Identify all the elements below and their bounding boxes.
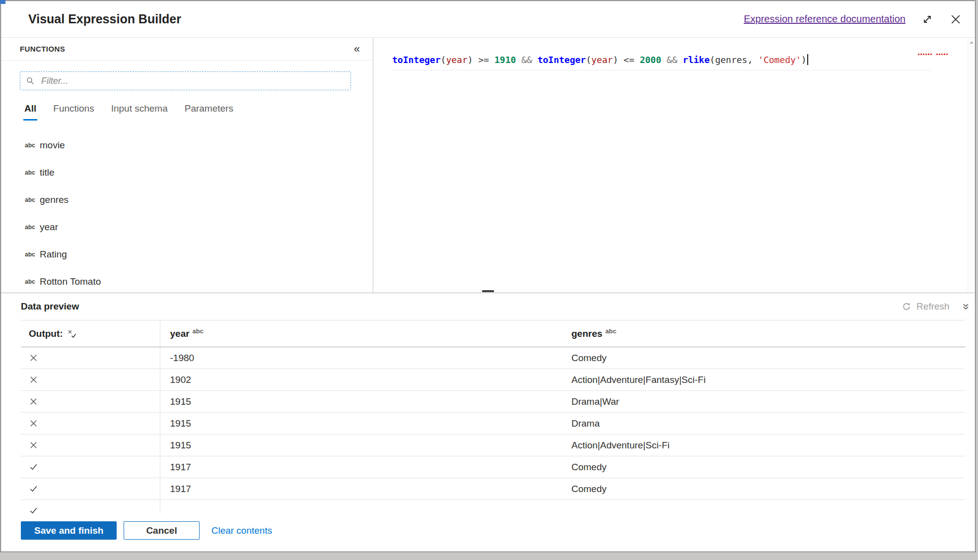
output-cell bbox=[21, 500, 160, 514]
visual-expression-builder-dialog: Visual Expression Builder Expression ref… bbox=[0, 0, 976, 552]
code-token-column: year bbox=[446, 55, 467, 65]
tab-all[interactable]: All bbox=[23, 103, 37, 121]
year-cell bbox=[160, 500, 564, 514]
year-column-label: year bbox=[170, 328, 190, 339]
code-token-column: year bbox=[591, 55, 613, 65]
cancel-button[interactable]: Cancel bbox=[124, 521, 199, 540]
genres-cell: Drama bbox=[564, 413, 965, 435]
string-type-icon: abc bbox=[25, 142, 40, 149]
code-token-paren: ) bbox=[468, 55, 473, 65]
expression-editor[interactable]: toInteger(year) >= 1910 && toInteger(yea… bbox=[373, 38, 975, 293]
functions-panel-header: FUNCTIONS « bbox=[1, 38, 373, 61]
close-icon bbox=[949, 13, 962, 26]
builder-split-area: FUNCTIONS « AllFunctionsInput schemaPara… bbox=[1, 38, 975, 293]
genres-cell: Comedy bbox=[564, 478, 965, 500]
preview-row: 1915Action|Adventure|Sci-Fi bbox=[21, 435, 965, 456]
output-column-label: Output: bbox=[29, 328, 63, 339]
code-token-function: toInteger bbox=[538, 55, 586, 65]
schema-item-rotton-tomato[interactable]: abcRotton Tomato bbox=[1, 268, 373, 295]
expand-dialog-button[interactable] bbox=[921, 13, 933, 25]
genres-column-label: genres bbox=[571, 328, 602, 339]
expand-icon bbox=[921, 13, 933, 25]
x-icon bbox=[29, 440, 38, 450]
code-token-string: 'Comedy' bbox=[758, 55, 801, 65]
string-type-icon: abc bbox=[25, 251, 40, 258]
schema-item-list: abcmovieabctitleabcgenresabcyearabcRatin… bbox=[1, 131, 373, 295]
genres-cell: Comedy bbox=[564, 456, 965, 478]
text-cursor bbox=[807, 54, 808, 65]
preview-row: 1915Drama bbox=[21, 413, 965, 435]
code-token-logical: && bbox=[661, 55, 683, 65]
year-cell: 1915 bbox=[160, 435, 564, 456]
close-dialog-button[interactable] bbox=[949, 13, 962, 26]
output-cell bbox=[21, 456, 160, 478]
schema-item-label: year bbox=[40, 222, 58, 233]
string-type-badge: abc bbox=[605, 327, 616, 335]
output-cell bbox=[21, 347, 160, 369]
year-cell: -1980 bbox=[160, 347, 564, 369]
output-cell bbox=[21, 413, 160, 435]
genres-cell: Comedy bbox=[564, 347, 965, 369]
functions-tabs: AllFunctionsInput schemaParameters bbox=[23, 103, 373, 121]
refresh-button[interactable]: Refresh bbox=[902, 301, 950, 312]
string-type-icon: abc bbox=[25, 169, 40, 176]
collapse-preview-icon[interactable]: « bbox=[959, 303, 971, 310]
year-cell: 1917 bbox=[160, 456, 564, 478]
preview-row: -1980Comedy bbox=[21, 347, 965, 369]
dialog-title: Visual Expression Builder bbox=[28, 12, 181, 26]
output-filter-icon[interactable] bbox=[67, 329, 77, 339]
genres-cell: Drama|War bbox=[564, 391, 965, 413]
schema-item-label: genres bbox=[40, 194, 69, 205]
check-icon bbox=[29, 462, 38, 472]
preview-row-partial bbox=[21, 500, 965, 514]
x-icon bbox=[29, 397, 38, 406]
data-preview-table: Output: yearabc genresabc bbox=[21, 320, 965, 513]
output-cell bbox=[21, 369, 160, 391]
page-background: Visual Expression Builder Expression ref… bbox=[0, 0, 978, 560]
tab-parameters[interactable]: Parameters bbox=[184, 103, 234, 121]
clear-contents-button[interactable]: Clear contents bbox=[207, 525, 278, 536]
x-icon bbox=[29, 419, 38, 428]
year-cell: 1917 bbox=[160, 478, 564, 500]
code-token-operator: >= bbox=[473, 55, 494, 65]
data-preview-title: Data preview bbox=[21, 301, 79, 312]
collapse-functions-panel-icon[interactable]: « bbox=[354, 44, 360, 55]
data-preview-bar: Data preview Refresh « bbox=[1, 293, 975, 320]
filter-input[interactable] bbox=[20, 71, 351, 90]
splitter-drag-handle[interactable] bbox=[482, 290, 494, 292]
output-cell bbox=[21, 435, 160, 456]
code-token-paren: ) bbox=[613, 55, 618, 65]
expression-code-line[interactable]: toInteger(year) >= 1910 && toInteger(yea… bbox=[392, 53, 930, 70]
filter-box bbox=[20, 71, 351, 90]
data-preview-table-container: Output: yearabc genresabc bbox=[21, 320, 965, 513]
scrollbar-up-icon[interactable] bbox=[970, 41, 974, 44]
tab-input-schema[interactable]: Input schema bbox=[110, 103, 169, 121]
preview-row: 1917Comedy bbox=[21, 478, 965, 500]
header-actions: Expression reference documentation bbox=[744, 13, 962, 26]
preview-header-row: Output: yearabc genresabc bbox=[21, 320, 965, 347]
code-token-paren: ( bbox=[586, 55, 591, 65]
code-token-operator: <= bbox=[618, 55, 639, 65]
code-token-plain: genres bbox=[715, 55, 747, 65]
string-type-icon: abc bbox=[25, 196, 40, 203]
string-type-icon: abc bbox=[25, 224, 40, 231]
refresh-label: Refresh bbox=[916, 301, 950, 312]
schema-item-title[interactable]: abctitle bbox=[1, 159, 373, 186]
year-cell: 1915 bbox=[160, 413, 564, 435]
schema-item-label: Rating bbox=[40, 249, 67, 260]
schema-item-year[interactable]: abcyear bbox=[1, 213, 373, 241]
genres-cell: Action|Adventure|Fantasy|Sci-Fi bbox=[564, 369, 965, 391]
schema-item-rating[interactable]: abcRating bbox=[1, 241, 373, 268]
preview-row: 1902Action|Adventure|Fantasy|Sci-Fi bbox=[21, 369, 965, 391]
save-and-finish-button[interactable]: Save and finish bbox=[21, 521, 117, 540]
schema-item-genres[interactable]: abcgenres bbox=[1, 186, 373, 213]
code-token-function: toInteger bbox=[392, 55, 441, 65]
year-cell: 1915 bbox=[160, 391, 564, 413]
functions-panel-title: FUNCTIONS bbox=[20, 45, 65, 53]
editor-scrollbar[interactable] bbox=[968, 38, 975, 293]
output-cell bbox=[21, 478, 160, 500]
expression-reference-link[interactable]: Expression reference documentation bbox=[744, 13, 906, 25]
tab-functions[interactable]: Functions bbox=[52, 103, 95, 121]
code-token-paren: ( bbox=[441, 55, 446, 65]
schema-item-movie[interactable]: abcmovie bbox=[1, 131, 373, 159]
